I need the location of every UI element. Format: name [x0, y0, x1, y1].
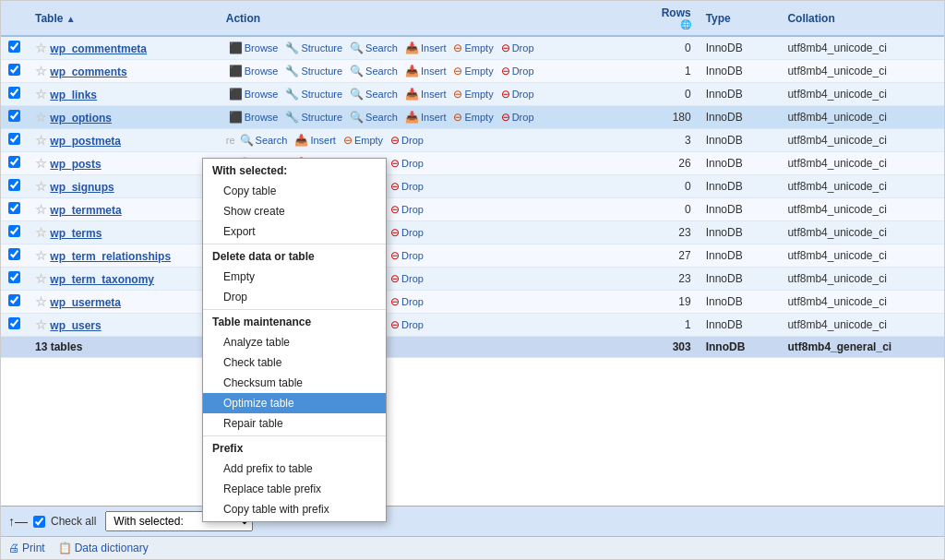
rows-cell: 26: [640, 152, 698, 175]
ctx-item[interactable]: Copy table with prefix: [203, 499, 386, 519]
empty-link[interactable]: ⊖ Empty: [450, 64, 496, 78]
star-icon[interactable]: ☆: [35, 87, 47, 101]
table-name-link[interactable]: wp_usermeta: [50, 296, 121, 309]
row-checkbox[interactable]: [8, 179, 20, 191]
search-link[interactable]: 🔍 Search: [347, 41, 401, 55]
table-name-link[interactable]: wp_signups: [50, 181, 114, 194]
star-icon[interactable]: ☆: [35, 294, 47, 309]
insert-link[interactable]: 📥 Insert: [402, 41, 449, 55]
ctx-item[interactable]: Replace table prefix: [203, 479, 386, 499]
ctx-item[interactable]: Check table: [203, 352, 386, 373]
insert-link[interactable]: 📥 Insert: [402, 87, 449, 101]
action-links: ⬛ Browse 🔧 Structure 🔍 Search 📥 Insert ⊖…: [226, 87, 537, 101]
table-name-link[interactable]: wp_terms: [50, 227, 102, 240]
drop-link[interactable]: ⊖ Drop: [388, 248, 426, 263]
drop-link[interactable]: ⊖ Drop: [388, 202, 426, 217]
ctx-item[interactable]: Export: [203, 221, 386, 242]
structure-link[interactable]: 🔧 Structure: [282, 87, 345, 101]
empty-link[interactable]: ⊖ Empty: [450, 41, 496, 55]
star-icon[interactable]: ☆: [35, 110, 47, 125]
row-checkbox[interactable]: [8, 225, 20, 237]
row-checkbox[interactable]: [8, 317, 20, 329]
print-link[interactable]: 🖨 Print: [8, 542, 45, 554]
insert-icon: 📥: [294, 134, 308, 147]
drop-icon: ⊖: [390, 203, 400, 216]
browse-link[interactable]: ⬛ Browse: [226, 110, 281, 125]
drop-link[interactable]: ⊖ Drop: [498, 87, 537, 101]
search-link[interactable]: 🔍 Search: [237, 133, 291, 148]
collation-cell: utf8mb4_unicode_ci: [780, 60, 944, 83]
star-icon[interactable]: ☆: [35, 271, 47, 286]
structure-link[interactable]: 🔧 Structure: [282, 64, 345, 78]
table-name-link[interactable]: wp_commentmeta: [50, 42, 147, 55]
drop-link[interactable]: ⊖ Drop: [498, 64, 537, 78]
row-checkbox-cell: [1, 198, 28, 221]
row-checkbox[interactable]: [8, 202, 20, 214]
table-name-link[interactable]: wp_links: [50, 89, 97, 101]
row-checkbox[interactable]: [8, 41, 20, 53]
browse-link[interactable]: ⬛ Browse: [226, 64, 281, 78]
empty-link[interactable]: ⊖ Empty: [341, 133, 386, 148]
drop-link[interactable]: ⊖ Drop: [388, 156, 426, 171]
ctx-item[interactable]: Add prefix to table: [203, 459, 386, 479]
ctx-item[interactable]: Repair table: [203, 413, 386, 434]
empty-link[interactable]: ⊖ Empty: [450, 87, 496, 101]
row-checkbox[interactable]: [8, 294, 20, 306]
drop-link[interactable]: ⊖ Drop: [388, 294, 426, 309]
table-name-link[interactable]: wp_postmeta: [50, 135, 121, 148]
drop-link[interactable]: ⊖ Drop: [388, 225, 426, 240]
star-icon[interactable]: ☆: [35, 317, 47, 332]
row-checkbox[interactable]: [8, 248, 20, 260]
ctx-item[interactable]: Checksum table: [203, 373, 386, 393]
table-name-link[interactable]: wp_posts: [50, 158, 101, 171]
drop-link[interactable]: ⊖ Drop: [498, 110, 537, 125]
structure-link[interactable]: 🔧 Structure: [282, 110, 345, 125]
table-name-link[interactable]: wp_term_taxonomy: [50, 273, 154, 286]
search-link[interactable]: 🔍 Search: [347, 110, 401, 125]
star-icon[interactable]: ☆: [35, 41, 47, 55]
star-icon[interactable]: ☆: [35, 202, 47, 217]
ctx-item-active[interactable]: Optimize table: [203, 393, 386, 413]
browse-link[interactable]: ⬛ Browse: [226, 87, 281, 101]
star-icon[interactable]: ☆: [35, 248, 47, 263]
check-all-checkbox[interactable]: [33, 516, 45, 528]
browse-link[interactable]: ⬛ Browse: [226, 41, 281, 55]
ctx-item[interactable]: Empty: [203, 267, 386, 287]
ctx-item[interactable]: Copy table: [203, 181, 386, 201]
star-icon[interactable]: ☆: [35, 179, 47, 194]
ctx-item[interactable]: Drop: [203, 287, 386, 307]
row-checkbox[interactable]: [8, 133, 20, 145]
drop-link[interactable]: ⊖ Drop: [388, 133, 426, 148]
drop-link[interactable]: ⊖ Drop: [388, 271, 426, 286]
drop-link[interactable]: ⊖ Drop: [388, 179, 426, 194]
type-cell: InnoDB: [699, 83, 781, 106]
star-icon[interactable]: ☆: [35, 133, 47, 148]
ctx-item[interactable]: Show create: [203, 201, 386, 221]
drop-link[interactable]: ⊖ Drop: [498, 41, 537, 55]
row-checkbox[interactable]: [8, 87, 20, 99]
ctx-item[interactable]: Analyze table: [203, 332, 386, 352]
table-name-link[interactable]: wp_termmeta: [50, 204, 121, 217]
empty-link[interactable]: ⊖ Empty: [450, 110, 496, 125]
drop-link[interactable]: ⊖ Drop: [388, 317, 426, 332]
search-link[interactable]: 🔍 Search: [347, 64, 401, 78]
data-dict-link[interactable]: 📋 Data dictionary: [58, 542, 149, 554]
insert-link[interactable]: 📥 Insert: [402, 110, 449, 125]
star-icon[interactable]: ☆: [35, 156, 47, 171]
star-icon[interactable]: ☆: [35, 64, 47, 78]
table-row: ☆ wp_usermeta re 🔍 Search 📥 Insert ⊖ Emp…: [1, 291, 944, 314]
star-icon[interactable]: ☆: [35, 225, 47, 240]
table-name-link[interactable]: wp_users: [50, 319, 101, 332]
row-checkbox[interactable]: [8, 271, 20, 283]
table-name-link[interactable]: wp_comments: [50, 66, 126, 78]
table-name-link[interactable]: wp_options: [50, 112, 112, 125]
search-link[interactable]: 🔍 Search: [347, 87, 401, 101]
row-checkbox[interactable]: [8, 110, 20, 122]
row-checkbox[interactable]: [8, 156, 20, 168]
action-links: ⬛ Browse 🔧 Structure 🔍 Search 📥 Insert ⊖…: [226, 64, 537, 78]
row-checkbox[interactable]: [8, 64, 20, 76]
insert-link[interactable]: 📥 Insert: [402, 64, 449, 78]
insert-link[interactable]: 📥 Insert: [292, 133, 339, 148]
table-name-link[interactable]: wp_term_relationships: [50, 250, 171, 263]
structure-link[interactable]: 🔧 Structure: [282, 41, 345, 55]
